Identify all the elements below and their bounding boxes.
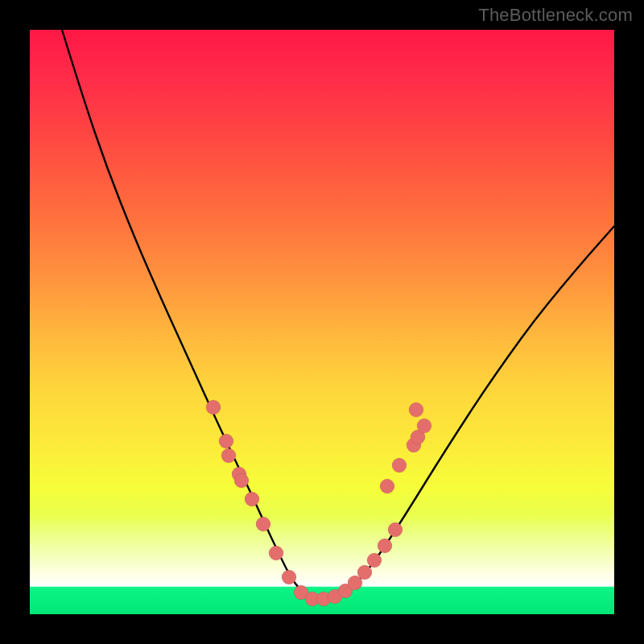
curve-left — [62, 30, 318, 600]
data-point — [234, 473, 249, 488]
data-point — [221, 448, 236, 463]
data-point — [269, 546, 283, 560]
data-point — [245, 492, 259, 506]
curve-right — [318, 226, 614, 600]
data-point — [388, 522, 402, 537]
scatter-points — [206, 400, 431, 606]
data-point — [256, 517, 270, 531]
data-point — [367, 553, 382, 568]
data-point — [282, 570, 296, 584]
data-point — [206, 400, 221, 415]
data-point — [417, 419, 431, 433]
data-point — [380, 479, 394, 493]
chart-svg — [30, 30, 614, 614]
data-point — [392, 458, 407, 473]
plot-area — [30, 30, 614, 614]
watermark-text: TheBottleneck.com — [478, 5, 633, 26]
data-point — [409, 402, 423, 417]
data-point — [219, 434, 233, 448]
data-point — [378, 539, 392, 553]
chart-frame: TheBottleneck.com — [0, 0, 644, 644]
data-point — [357, 565, 372, 580]
